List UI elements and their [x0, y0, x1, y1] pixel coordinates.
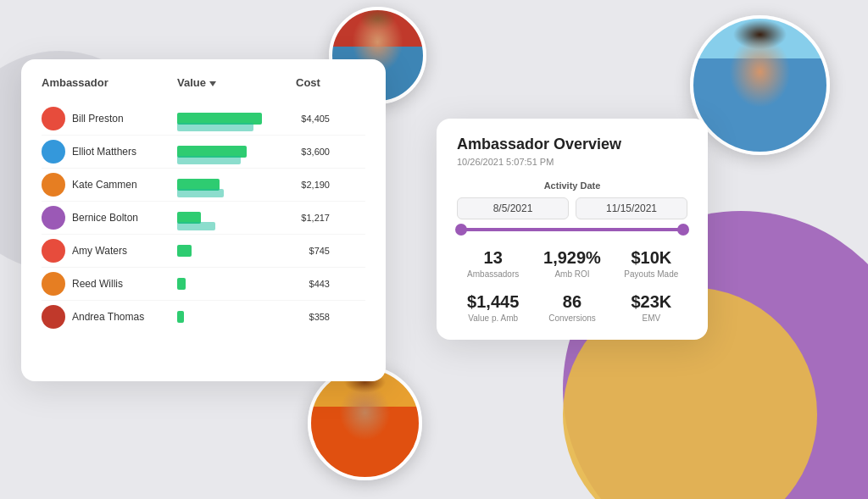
stat-value: 86 — [536, 292, 608, 312]
ambassador-avatar — [42, 173, 65, 197]
value-label: $443 — [309, 279, 330, 289]
stat-label: Amb ROI — [536, 269, 608, 279]
cost-bar — [177, 189, 224, 197]
date-range-slider[interactable] — [457, 228, 687, 231]
ambassador-table-card: Ambassador Value Cost Bill Preston $4,40… — [21, 59, 386, 381]
ambassador-name: Bill Preston — [72, 113, 124, 125]
ambassador-name: Elliot Matthers — [72, 146, 136, 158]
col-header-cost: Cost — [296, 76, 364, 89]
table-row: Bill Preston $4,405 — [42, 103, 365, 136]
overview-title: Ambassador Overview — [457, 136, 687, 153]
ambassador-cell: Amy Waters — [42, 239, 177, 263]
ambassador-avatar — [42, 305, 65, 329]
ambassador-avatar — [42, 239, 65, 263]
avatar-bottom-center — [308, 366, 422, 480]
stat-payouts: $10K Payouts Made — [615, 248, 687, 279]
ambassador-name: Reed Willis — [72, 278, 123, 290]
slider-fill — [457, 228, 687, 231]
stat-label: EMV — [615, 313, 687, 323]
bar-cell: $4,405 — [177, 110, 296, 127]
ambassador-cell: Bill Preston — [42, 107, 177, 130]
bar-cell: $2,190 — [177, 176, 296, 193]
stat-value-per-amb: $1,445 Value p. Amb — [457, 292, 529, 323]
value-bar — [177, 278, 186, 290]
ambassador-cell: Reed Willis — [42, 272, 177, 296]
table-row: Amy Waters $745 — [42, 235, 365, 268]
bar-cell: $443 — [177, 275, 296, 292]
ambassador-avatar — [42, 272, 65, 296]
stat-value: $1,445 — [457, 292, 529, 312]
stat-value: 1,929% — [536, 248, 608, 268]
table-header: Ambassador Value Cost — [42, 76, 365, 92]
date-from-input[interactable]: 8/5/2021 — [457, 197, 569, 219]
value-label: $1,217 — [301, 213, 330, 223]
sort-icon — [209, 81, 216, 86]
col-header-value: Value — [177, 76, 296, 89]
stats-grid: 13 Ambassadors 1,929% Amb ROI $10K Payou… — [457, 248, 687, 323]
bar-cell: $1,217 — [177, 209, 296, 226]
ambassador-cell: Bernice Bolton — [42, 206, 177, 230]
date-inputs: 8/5/2021 11/15/2021 — [457, 197, 687, 219]
ambassador-name: Bernice Bolton — [72, 212, 138, 224]
cost-bar — [177, 156, 241, 164]
table-row: Elliot Matthers $3,600 — [42, 136, 365, 169]
table-row: Bernice Bolton $1,217 — [42, 202, 365, 235]
ambassador-avatar — [42, 107, 65, 130]
table-row: Kate Cammen $2,190 — [42, 169, 365, 202]
avatar-right — [690, 15, 830, 155]
value-label: $4,405 — [301, 114, 330, 124]
value-label: $3,600 — [301, 147, 330, 157]
stat-ambassadors: 13 Ambassadors — [457, 248, 529, 279]
bar-cell: $3,600 — [177, 143, 296, 160]
ambassador-cell: Andrea Thomas — [42, 305, 177, 329]
stat-value: 13 — [457, 248, 529, 268]
ambassador-name: Amy Waters — [72, 245, 127, 257]
ambassador-name: Andrea Thomas — [72, 311, 144, 323]
cost-bar — [177, 222, 215, 230]
value-bar — [177, 245, 192, 257]
stat-value: $23K — [615, 292, 687, 312]
ambassador-cell: Elliot Matthers — [42, 140, 177, 164]
bar-cell: $745 — [177, 242, 296, 259]
date-to-input[interactable]: 11/15/2021 — [576, 197, 687, 219]
ambassador-cell: Kate Cammen — [42, 173, 177, 197]
bar-cell: $358 — [177, 308, 296, 325]
slider-thumb-right[interactable] — [677, 224, 689, 236]
stat-value: $10K — [615, 248, 687, 268]
table-row: Andrea Thomas $358 — [42, 301, 365, 333]
ambassador-name: Kate Cammen — [72, 179, 137, 191]
value-bar — [177, 311, 184, 323]
stat-conversions: 86 Conversions — [536, 292, 608, 323]
cost-bar — [177, 123, 253, 131]
slider-thumb-left[interactable] — [455, 224, 467, 236]
table-row: Reed Willis $443 — [42, 268, 365, 301]
overview-datetime: 10/26/2021 5:07:51 PM — [457, 157, 687, 167]
stat-emv: $23K EMV — [615, 292, 687, 323]
value-label: $358 — [309, 312, 330, 322]
stat-label: Ambassadors — [457, 269, 529, 279]
ambassador-avatar — [42, 206, 65, 230]
stat-label: Conversions — [536, 313, 608, 323]
stat-label: Value p. Amb — [457, 313, 529, 323]
stat-roi: 1,929% Amb ROI — [536, 248, 608, 279]
ambassador-avatar — [42, 140, 65, 164]
value-label: $2,190 — [301, 180, 330, 190]
col-header-ambassador: Ambassador — [42, 76, 177, 89]
value-label: $745 — [309, 246, 330, 256]
activity-date-label: Activity Date — [457, 180, 687, 191]
stat-label: Payouts Made — [615, 269, 687, 279]
ambassador-overview-card: Ambassador Overview 10/26/2021 5:07:51 P… — [437, 119, 708, 340]
